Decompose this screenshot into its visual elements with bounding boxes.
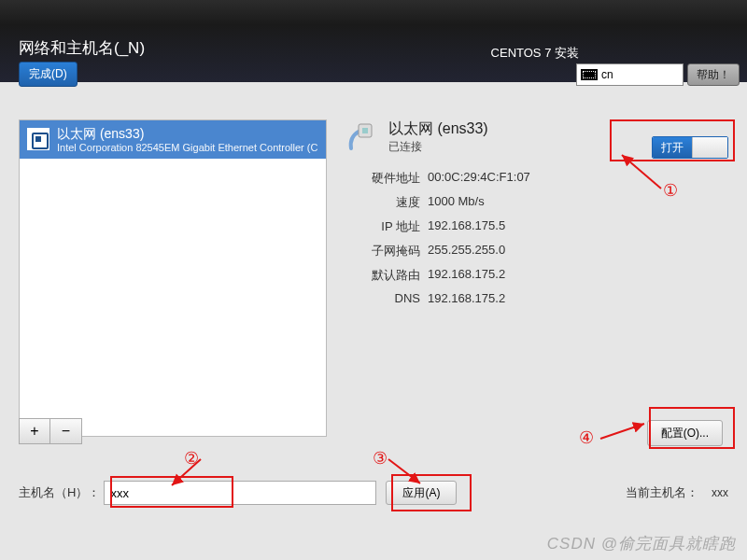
- annotation-arrow-1: [616, 151, 672, 202]
- hostname-label: 主机名（H）：: [19, 484, 100, 501]
- done-button[interactable]: 完成(D): [19, 62, 78, 87]
- device-detail: 以太网 (ens33) 已连接 打开 硬件地址00:0C:29:4C:F1:07…: [345, 119, 728, 309]
- svg-line-3: [172, 459, 201, 485]
- keyboard-icon: [581, 69, 598, 80]
- speed-label: 速度: [355, 194, 420, 211]
- detail-title: 以太网 (ens33): [388, 119, 488, 139]
- hostname-input[interactable]: [104, 481, 376, 505]
- device-desc: Intel Corporation 82545EM Gigabit Ethern…: [57, 142, 317, 153]
- configure-button[interactable]: 配置(O)...: [647, 420, 723, 446]
- top-bar: 网络和主机名(_N) 完成(D) CENTOS 7 安装 cn 帮助！: [0, 0, 747, 82]
- annotation-arrow-3: [383, 457, 439, 498]
- device-name: 以太网 (ens33): [57, 126, 317, 142]
- remove-device-button[interactable]: −: [50, 418, 82, 444]
- dns-label: DNS: [355, 291, 420, 305]
- ethernet-port-icon: [27, 128, 49, 150]
- mask-value: 255.255.255.0: [428, 243, 505, 259]
- hw-value: 00:0C:29:4C:F1:07: [428, 170, 530, 187]
- page-title: 网络和主机名(_N): [19, 37, 145, 59]
- gw-label: 默认路由: [355, 267, 420, 284]
- toggle-handle: [692, 137, 727, 158]
- device-list-item[interactable]: 以太网 (ens33) Intel Corporation 82545EM Gi…: [20, 120, 326, 159]
- mask-label: 子网掩码: [355, 243, 420, 259]
- ip-label: IP 地址: [355, 218, 420, 235]
- annotation-arrow-2: [168, 457, 224, 498]
- annotation-arrow-4: [598, 418, 654, 450]
- svg-line-2: [622, 155, 661, 189]
- hostname-row: 主机名（H）： 应用(A) 当前主机名： xxx: [19, 481, 728, 505]
- dns-value: 192.168.175.2: [428, 291, 505, 305]
- annotation-number-4: ④: [579, 427, 594, 448]
- ethernet-cable-icon: [345, 120, 379, 154]
- ip-value: 192.168.175.5: [428, 218, 505, 235]
- svg-line-5: [600, 424, 644, 439]
- current-hostname-value: xxx: [712, 486, 728, 499]
- current-hostname-label: 当前主机名：: [626, 484, 698, 501]
- help-button[interactable]: 帮助！: [687, 63, 740, 86]
- keyboard-layout-field[interactable]: cn: [576, 63, 684, 86]
- installer-brand: CENTOS 7 安装: [491, 45, 579, 62]
- keyboard-layout-value: cn: [601, 68, 613, 81]
- svg-rect-1: [362, 128, 368, 133]
- device-list-tools: + −: [19, 418, 82, 444]
- add-device-button[interactable]: +: [19, 418, 50, 444]
- gw-value: 192.168.175.2: [428, 267, 505, 284]
- hw-label: 硬件地址: [355, 170, 420, 187]
- watermark: CSDN @偷完面具就瞎跑: [547, 533, 736, 554]
- speed-value: 1000 Mb/s: [428, 194, 485, 211]
- device-list[interactable]: 以太网 (ens33) Intel Corporation 82545EM Gi…: [19, 119, 327, 437]
- detail-status: 已连接: [388, 139, 488, 155]
- svg-line-4: [388, 459, 420, 483]
